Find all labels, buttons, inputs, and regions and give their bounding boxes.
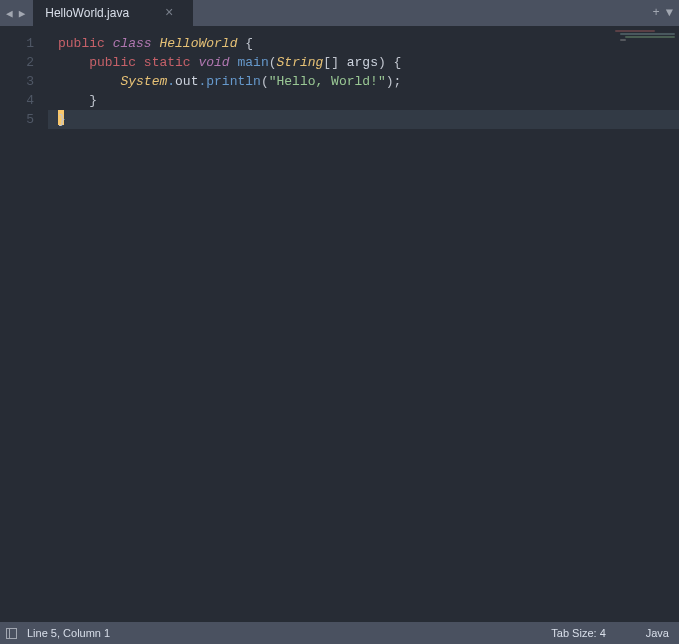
panel-toggle-icon[interactable]	[6, 628, 17, 639]
line-number: 1	[0, 34, 48, 53]
tab-title: HelloWorld.java	[45, 6, 129, 20]
status-language[interactable]: Java	[646, 627, 669, 639]
nav-arrows: ◀ ▶	[0, 0, 33, 26]
status-position[interactable]: Line 5, Column 1	[27, 627, 110, 639]
line-number: 3	[0, 72, 48, 91]
tabbar-actions: + ▼	[653, 0, 679, 26]
line-number: 5	[0, 110, 48, 129]
line-number: 4	[0, 91, 48, 110]
line-number: 2	[0, 53, 48, 72]
tab-menu-icon[interactable]: ▼	[666, 6, 673, 20]
code-line: System.out.println("Hello, World!");	[48, 72, 679, 91]
editor[interactable]: 1 2 3 4 5 public class HelloWorld { publ…	[0, 26, 679, 622]
tab-bar: ◀ ▶ HelloWorld.java × + ▼	[0, 0, 679, 26]
status-tabsize[interactable]: Tab Size: 4	[551, 627, 605, 639]
nav-back-icon[interactable]: ◀	[4, 7, 15, 20]
new-tab-icon[interactable]: +	[653, 6, 660, 20]
code-area[interactable]: public class HelloWorld { public static …	[48, 26, 679, 622]
tab-helloworld[interactable]: HelloWorld.java ×	[33, 0, 193, 26]
code-line: }	[48, 110, 679, 129]
close-icon[interactable]: ×	[165, 6, 173, 20]
code-line: public static void main(String[] args) {	[48, 53, 679, 72]
gutter: 1 2 3 4 5	[0, 26, 48, 622]
code-line: public class HelloWorld {	[48, 34, 679, 53]
status-bar: Line 5, Column 1 Tab Size: 4 Java	[0, 622, 679, 644]
nav-forward-icon[interactable]: ▶	[17, 7, 28, 20]
code-line: }	[48, 91, 679, 110]
